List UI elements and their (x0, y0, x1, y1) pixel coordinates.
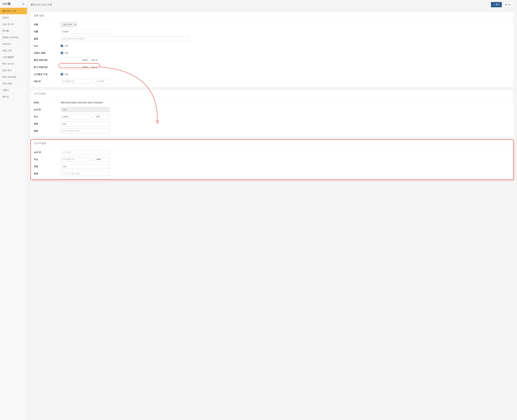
b-nodeid-input[interactable] (61, 150, 110, 155)
row-ha: 고가용성 구성 사용 (34, 72, 510, 77)
ha-use-label: 사용 (64, 73, 68, 76)
a-password-input[interactable] (61, 128, 110, 133)
panel-node-a-body: GUID 96521635-b038-4326-8c32-4be1734ea38… (31, 97, 513, 137)
panel-node-b-body: 노드 ID 주소 : 계정 (31, 147, 513, 180)
sidebar: 시스템 ⚙ 클러스터 노드센트리성능 모니터테이블암호화 프로파일라이선스메일 … (0, 0, 27, 420)
label-ha: 고가용성 구성 (34, 73, 61, 76)
confirm-label: 확인 (495, 3, 500, 6)
sidebar-item-7[interactable]: 소명 템플릿 (0, 54, 27, 60)
row-conn-timeout: 접속 타임아웃 밀리초 (34, 58, 510, 63)
a-nodeid-input (61, 107, 110, 112)
label-type: 유형 (34, 23, 61, 26)
row-vip: 대표 IP : (34, 79, 510, 84)
cert-checkbox[interactable] (61, 52, 63, 54)
read-timeout-input[interactable] (61, 65, 90, 69)
label-tls: TLS (34, 45, 61, 47)
b-password-input[interactable] (61, 171, 110, 176)
name-input[interactable] (61, 29, 110, 34)
a-port-input[interactable] (94, 114, 110, 119)
sidebar-header: 시스템 ⚙ (0, 0, 27, 8)
conn-timeout-unit: 밀리초 (91, 59, 97, 61)
ha-checkbox[interactable] (61, 73, 63, 75)
conn-timeout-input[interactable] (61, 58, 90, 62)
vip-input[interactable] (61, 79, 90, 84)
label-a-guid: GUID (34, 101, 61, 104)
sidebar-item-8[interactable]: 쿼리 모니터 (0, 60, 27, 67)
label-b-addr: 주소 (34, 158, 61, 161)
row-type: 유형 분석 서버 (34, 22, 510, 27)
sidebar-item-10[interactable]: 접속 프로파일 (0, 74, 27, 80)
label-b-nodeid: 노드 ID (34, 151, 61, 154)
sidebar-item-6[interactable]: 메일 서버 (0, 47, 27, 54)
cert-use-label: 사용 (64, 52, 68, 54)
label-a-account: 계정 (34, 122, 61, 125)
panel-common: 공통 설정 유형 분석 서버 이름 (30, 12, 514, 87)
label-name: 이름 (34, 30, 61, 33)
cancel-label: 취소 (507, 3, 511, 6)
sidebar-item-12[interactable]: 인증서 (0, 87, 27, 94)
a-account-input[interactable] (61, 121, 110, 126)
row-tls: TLS 사용 (34, 43, 510, 48)
read-timeout-unit: 밀리초 (91, 66, 97, 69)
check-icon: ✔ (493, 4, 495, 6)
a-guid-value: 96521635-b038-4326-8c32-4be1734ea384 (61, 101, 103, 104)
colon-icon: : (92, 116, 93, 118)
sidebar-item-13[interactable]: 패키지 (0, 94, 27, 100)
row-b-nodeid: 노드 ID (34, 150, 510, 155)
sidebar-item-9[interactable]: 감사 로그 (0, 67, 27, 74)
label-desc: 설명 (34, 37, 61, 40)
cancel-button[interactable]: ✖ 취소 (503, 2, 514, 7)
label-read-timeout: 읽기 타임아웃 (34, 66, 61, 69)
b-port-input[interactable] (95, 157, 110, 162)
sidebar-item-3[interactable]: 테이블 (0, 28, 27, 34)
b-addr-input[interactable] (61, 157, 90, 162)
row-b-addr: 주소 : (34, 157, 510, 162)
main-content: 클러스터 노드 수정 ✔ 확인 ✖ 취소 공통 설정 유형 분석 서버 (27, 0, 517, 420)
label-a-addr: 주소 (34, 115, 61, 118)
label-b-password: 암호 (34, 172, 61, 175)
b-account-input[interactable] (61, 164, 110, 169)
panel-node-b: 노드 B 설정 노드 ID 주소 : 계 (30, 139, 514, 180)
panel-node-a: 노드 A 설정 GUID 96521635-b038-4326-8c32-4be… (30, 90, 514, 137)
row-a-addr: 주소 : (34, 114, 510, 119)
label-vip: 대표 IP (34, 80, 61, 83)
panel-node-b-title: 노드 B 설정 (31, 140, 513, 147)
sidebar-item-4[interactable]: 암호화 프로파일 (0, 34, 27, 41)
row-a-password: 암호 (34, 128, 510, 134)
row-a-nodeid: 노드 ID (34, 107, 510, 112)
row-b-password: 암호 (34, 171, 510, 176)
tls-checkbox[interactable] (61, 45, 63, 47)
row-a-account: 계정 (34, 121, 510, 126)
colon-icon: : (92, 80, 93, 83)
sidebar-item-1[interactable]: 센트리 (0, 14, 27, 21)
panel-node-a-title: 노드 A 설정 (31, 90, 513, 97)
sidebar-title: 시스템 (2, 2, 10, 6)
row-desc: 설명 (34, 36, 510, 41)
vip-port-input[interactable] (94, 79, 110, 84)
row-cert: 인증서 검증 사용 (34, 50, 510, 55)
tls-use-label: 사용 (64, 45, 68, 47)
panel-common-body: 유형 분석 서버 이름 설명 (31, 19, 513, 87)
desc-input[interactable] (61, 36, 189, 41)
sidebar-menu: 클러스터 노드센트리성능 모니터테이블암호화 프로파일라이선스메일 서버소명 템… (0, 8, 27, 100)
header-actions: ✔ 확인 ✖ 취소 (491, 2, 514, 7)
page-header: 클러스터 노드 수정 ✔ 확인 ✖ 취소 (27, 0, 517, 9)
content: 공통 설정 유형 분석 서버 이름 (27, 9, 517, 182)
confirm-button[interactable]: ✔ 확인 (491, 2, 502, 7)
label-b-account: 계정 (34, 165, 61, 168)
label-a-nodeid: 노드 ID (34, 108, 61, 111)
label-conn-timeout: 접속 타임아웃 (34, 59, 61, 61)
label-a-password: 암호 (34, 129, 61, 132)
gear-icon[interactable]: ⚙ (22, 2, 24, 5)
panel-common-title: 공통 설정 (31, 12, 513, 19)
row-b-account: 계정 (34, 164, 510, 169)
sidebar-item-2[interactable]: 성능 모니터 (0, 21, 27, 28)
label-cert: 인증서 검증 (34, 52, 61, 54)
type-select[interactable]: 분석 서버 (61, 22, 77, 27)
sidebar-item-5[interactable]: 라이선스 (0, 41, 27, 47)
row-name: 이름 (34, 29, 510, 34)
page-title: 클러스터 노드 수정 (30, 3, 52, 6)
sidebar-item-0[interactable]: 클러스터 노드 (0, 8, 27, 14)
a-addr-input[interactable] (61, 114, 90, 119)
sidebar-item-11[interactable]: 차단 연동 (0, 80, 27, 87)
